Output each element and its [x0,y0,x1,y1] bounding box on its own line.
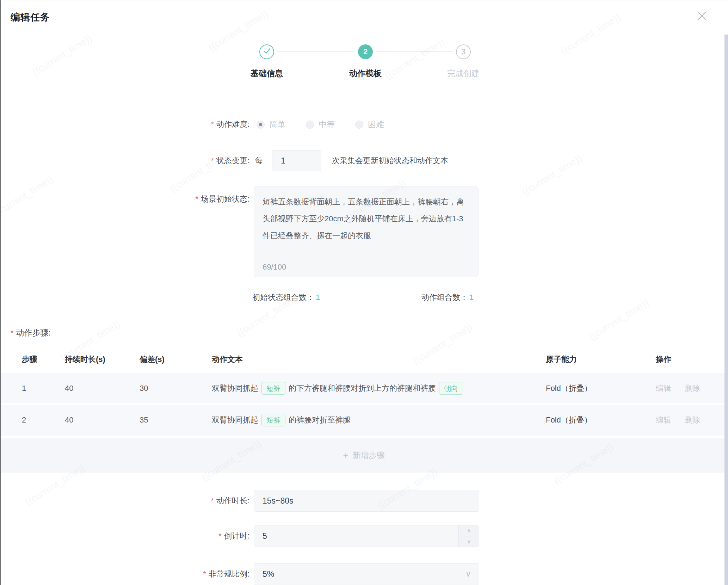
countdown-row: *倒计时: 5 ∧ ∨ [0,525,728,547]
difficulty-label: *动作难度: [0,119,249,130]
plus-icon: + [343,450,348,461]
unusual-ratio-select[interactable]: 5% ∨ [254,563,479,585]
required-marker: * [211,156,214,165]
state-change-prefix: 每 [255,155,263,166]
delete-link[interactable]: 删除 [685,384,700,393]
countdown-label: *倒计时: [0,531,249,541]
radio-selected-icon [257,121,265,129]
cell-deviation: 30 [140,384,212,393]
orientation-tag: 朝向 [439,382,463,395]
cell-duration: 40 [65,415,140,425]
step-2-label: 动作模板 [316,68,415,79]
chevron-down-icon: ∨ [467,538,471,545]
cell-operations: 编辑 删除 [656,383,728,394]
scene-initial-text: 短裤五条数据背面朝上，五条数据正面朝上，裤腰朝右，离头部视野下方至少20cm之外… [263,193,470,244]
scene-initial-label: *场景初始状态: [0,186,249,204]
duration-input[interactable]: 15s~80s [254,490,479,512]
state-change-suffix: 次采集会更新初始状态和动作文本 [332,155,448,166]
difficulty-row: *动作难度: 简单 中等 困难 [0,115,728,134]
step-1-circle [259,44,274,59]
step-3-circle: 3 [456,44,471,59]
close-icon [697,11,707,23]
col-header-duration: 持续时长(s) [65,354,140,365]
required-marker: * [11,328,14,338]
item-tag: 短裤 [261,414,285,426]
step-3-label: 完成创建 [414,68,513,79]
countdown-input[interactable]: 5 ∧ ∨ [254,525,479,547]
scene-initial-textarea[interactable]: 短裤五条数据背面朝上，五条数据正面朝上，裤腰朝右，离头部视野下方至少20cm之外… [254,186,479,277]
dialog-header: 编辑任务 [0,0,724,34]
action-steps-section-label: *动作步骤: [11,327,51,338]
required-marker: * [203,569,206,578]
add-step-button[interactable]: + 新增步骤 [0,438,728,473]
required-marker: * [211,120,214,129]
chevron-up-icon: ∧ [467,527,471,534]
col-header-ability: 原子能力 [546,354,656,365]
cell-deviation: 35 [140,415,212,425]
cell-operations: 编辑 删除 [656,415,728,425]
duration-label: *动作时长: [0,495,249,506]
scene-initial-row: *场景初始状态: 短裤五条数据背面朝上，五条数据正面朝上，裤腰朝右，离头部视野下… [0,186,728,277]
radio-option-medium[interactable]: 中等 [306,119,335,130]
vertical-scrollbar[interactable] [724,35,728,585]
char-counter: 69/100 [263,263,286,272]
watermark-text: ((current_time)) [30,32,94,78]
stepper-connector [278,51,355,52]
radio-unselected-icon [306,121,314,129]
action-combo-count: 动作组合数：1 [421,292,474,303]
duration-row: *动作时长: 15s~80s [0,490,728,512]
cell-ability: Fold（折叠） [546,415,656,425]
required-marker: * [195,195,198,203]
item-tag: 短裤 [261,382,285,395]
required-marker: * [218,531,222,540]
step-2-circle: 2 [358,44,373,59]
action-steps-table: 步骤 持续时长(s) 偏差(s) 动作文本 原子能力 操作 1 40 30 双臂… [0,346,728,473]
radio-label: 简单 [269,119,285,130]
state-change-input[interactable]: 1 [272,150,321,171]
initial-combo-count: 初始状态组合数：1 [252,292,320,303]
close-button[interactable] [696,10,708,23]
table-row: 2 40 35 双臂协同抓起短裤的裤腰对折至裤腿 Fold（折叠） 编辑 删除 [0,405,728,436]
stepper-down-button[interactable]: ∨ [459,536,479,547]
check-icon [260,44,273,60]
page-edge-strip [0,0,1,585]
edit-task-dialog: ((current_time)) ((current_time)) ((curr… [0,0,728,585]
number-stepper: ∧ ∨ [458,525,479,547]
state-change-row: *状态变更: 每 1 次采集会更新初始状态和动作文本 [0,150,728,172]
initial-combo-value: 1 [316,293,320,302]
edit-link[interactable]: 编辑 [656,415,671,424]
col-header-step: 步骤 [22,354,65,365]
add-step-label: 新增步骤 [353,450,385,461]
cell-action-text: 双臂协同抓起短裤的下方裤腿和裤腰对折到上方的裤腿和裤腰朝向 [212,382,546,395]
radio-label: 困难 [368,119,384,130]
watermark-text: ((current_time)) [587,297,651,342]
col-header-action-text: 动作文本 [212,354,546,365]
table-header-row: 步骤 持续时长(s) 偏差(s) 动作文本 原子能力 操作 [0,346,728,373]
unusual-ratio-label: *非常规比例: [0,569,249,579]
stepper-up-button[interactable]: ∧ [459,525,479,536]
stepper-connector [376,51,453,52]
cell-action-text: 双臂协同抓起短裤的裤腰对折至裤腿 [212,414,546,426]
chevron-down-icon: ∨ [465,569,471,579]
radio-option-hard[interactable]: 困难 [355,119,384,130]
cell-ability: Fold（折叠） [546,383,656,394]
edit-link[interactable]: 编辑 [656,384,671,393]
radio-unselected-icon [355,121,363,129]
cell-step: 1 [22,384,65,393]
cell-duration: 40 [65,384,140,393]
col-header-operations: 操作 [656,354,728,365]
radio-option-easy[interactable]: 简单 [257,119,285,130]
required-marker: * [211,496,214,505]
dialog-title: 编辑任务 [11,0,50,34]
action-combo-value: 1 [469,293,474,302]
cell-step: 2 [22,415,65,425]
delete-link[interactable]: 删除 [685,415,700,424]
state-change-label: *状态变更: [0,155,249,166]
table-row: 1 40 30 双臂协同抓起短裤的下方裤腿和裤腰对折到上方的裤腿和裤腰朝向 Fo… [0,373,728,403]
step-1-label: 基础信息 [217,68,316,79]
unusual-ratio-row: *非常规比例: 5% ∨ [0,563,728,585]
col-header-deviation: 偏差(s) [140,354,212,365]
radio-label: 中等 [319,119,335,130]
